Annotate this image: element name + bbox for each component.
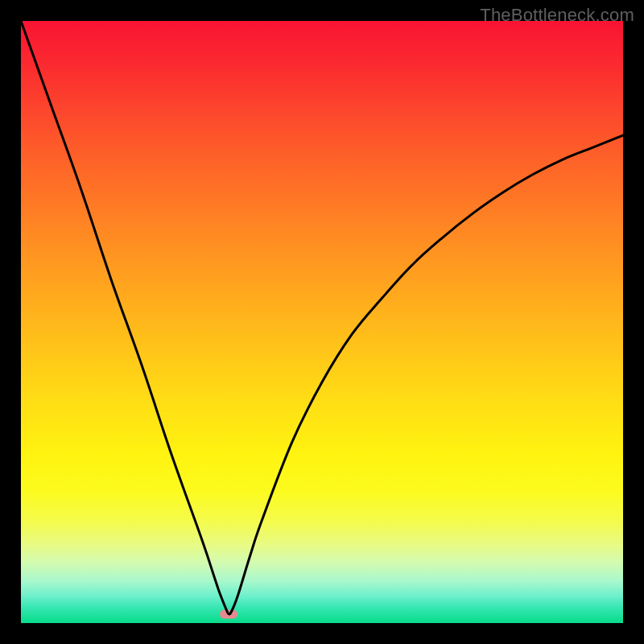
watermark-text: TheBottleneck.com [480,5,634,26]
chart-frame: TheBottleneck.com [0,0,644,644]
bottleneck-curve [21,21,623,623]
plot-area [21,21,623,623]
